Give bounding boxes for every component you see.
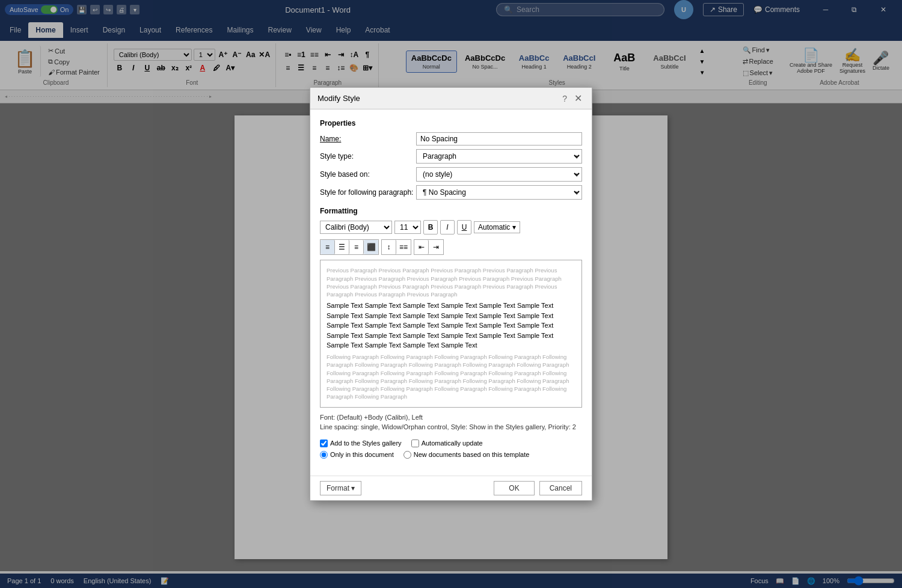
auto-update-option[interactable]: Automatically update: [411, 439, 483, 447]
format-underline-button[interactable]: U: [457, 220, 471, 234]
modify-style-dialog: Modify Style ? ✕ Properties Name: Style …: [310, 87, 592, 500]
format-size-select[interactable]: 11: [394, 221, 421, 234]
style-info-line2: Line spacing: single, Widow/Orphan contr…: [320, 422, 582, 432]
style-based-select[interactable]: (no style): [416, 167, 582, 182]
format-list1-button[interactable]: ≡≡: [396, 240, 411, 254]
format-font-select[interactable]: Calibri (Body): [320, 221, 392, 234]
format-italic-button[interactable]: I: [440, 220, 455, 234]
name-row: Name:: [320, 132, 582, 145]
format-decrease-indent-button[interactable]: ⇤: [414, 240, 429, 254]
dialog-close-button[interactable]: ✕: [572, 93, 584, 104]
align-group: ≡ ☰ ≡ ⬛: [320, 239, 379, 255]
align-right-button[interactable]: ≡: [349, 240, 364, 254]
add-styles-label: Add to the Styles gallery: [330, 439, 402, 447]
auto-update-label: Automatically update: [422, 439, 483, 447]
style-type-select-wrapper: Paragraph: [416, 149, 582, 164]
format-color-selector[interactable]: Automatic ▾: [474, 221, 520, 233]
style-based-label: Style based on:: [320, 170, 416, 179]
only-document-label: Only in this document: [330, 451, 394, 458]
only-document-option[interactable]: Only in this document: [320, 451, 394, 459]
name-label: Name:: [320, 135, 416, 143]
modal-overlay: Modify Style ? ✕ Properties Name: Style …: [0, 0, 902, 588]
align-center-button[interactable]: ☰: [335, 240, 349, 254]
dialog-title-buttons: ? ✕: [562, 93, 584, 104]
style-following-label: Style for following paragraph:: [320, 188, 416, 197]
format-dropdown-button[interactable]: Format ▾: [320, 481, 361, 495]
formatting-section: Formatting Calibri (Body) 11 B I U Autom…: [320, 207, 582, 432]
preview-following-text: Following Paragraph Following Paragraph …: [327, 353, 575, 401]
format-line-spacing-button[interactable]: ↕: [382, 240, 396, 254]
new-docs-radio[interactable]: [403, 451, 411, 459]
formatting-section-title: Formatting: [320, 207, 582, 215]
style-info-line1: Font: (Default) +Body (Calibri), Left: [320, 412, 582, 423]
dialog-title-bar: Modify Style ? ✕: [310, 88, 592, 109]
indent-group: ⇤ ⇥: [414, 239, 444, 255]
new-docs-label: New documents based on this template: [414, 451, 530, 458]
style-based-row: Style based on: (no style): [320, 167, 582, 182]
preview-previous-text: Previous Paragraph Previous Paragraph Pr…: [327, 266, 575, 298]
align-justify-button[interactable]: ⬛: [364, 240, 378, 254]
format-color-label: Automatic: [478, 223, 510, 231]
properties-section-title: Properties: [320, 119, 582, 127]
style-following-row: Style for following paragraph: ¶ No Spac…: [320, 185, 582, 200]
style-type-select[interactable]: Paragraph: [416, 149, 582, 164]
format-bold-button[interactable]: B: [423, 220, 438, 234]
cancel-button[interactable]: Cancel: [539, 481, 582, 495]
auto-update-checkbox[interactable]: [411, 439, 419, 447]
align-left-button[interactable]: ≡: [321, 240, 335, 254]
preview-area: Previous Paragraph Previous Paragraph Pr…: [320, 260, 582, 407]
name-input[interactable]: [416, 132, 582, 145]
new-docs-option[interactable]: New documents based on this template: [403, 451, 530, 459]
dialog-help-button[interactable]: ?: [562, 94, 567, 103]
style-based-select-wrapper: (no style): [416, 167, 582, 182]
format-increase-indent-button[interactable]: ⇥: [429, 240, 443, 254]
format-toolbar-row2: ≡ ☰ ≡ ⬛ ↕ ≡≡ ⇤ ⇥: [320, 239, 582, 255]
dialog-footer: Format ▾ OK Cancel: [310, 476, 592, 500]
format-color-dropdown-icon: ▾: [512, 223, 516, 231]
style-info: Font: (Default) +Body (Calibri), Left Li…: [320, 412, 582, 432]
style-type-row: Style type: Paragraph: [320, 149, 582, 164]
format-btn-label: Format ▾: [327, 484, 355, 492]
dialog-body: Properties Name: Style type: Paragraph S…: [310, 109, 592, 475]
option-row-checkboxes: Add to the Styles gallery Automatically …: [320, 439, 582, 447]
add-styles-checkbox[interactable]: [320, 439, 328, 447]
list-group: ↕ ≡≡: [381, 239, 411, 255]
style-following-select[interactable]: ¶ No Spacing: [416, 185, 582, 200]
only-document-radio[interactable]: [320, 451, 328, 459]
preview-sample-text: Sample Text Sample Text Sample Text Samp…: [327, 301, 575, 351]
ok-button[interactable]: OK: [494, 481, 534, 495]
dialog-title-text: Modify Style: [318, 94, 360, 103]
ok-cancel-buttons: OK Cancel: [494, 481, 582, 495]
style-following-select-wrapper: ¶ No Spacing: [416, 185, 582, 200]
style-type-label: Style type:: [320, 152, 416, 161]
radio-group: Only in this document New documents base…: [320, 451, 582, 459]
format-toolbar-row1: Calibri (Body) 11 B I U Automatic ▾: [320, 220, 582, 234]
add-styles-option[interactable]: Add to the Styles gallery: [320, 439, 402, 447]
